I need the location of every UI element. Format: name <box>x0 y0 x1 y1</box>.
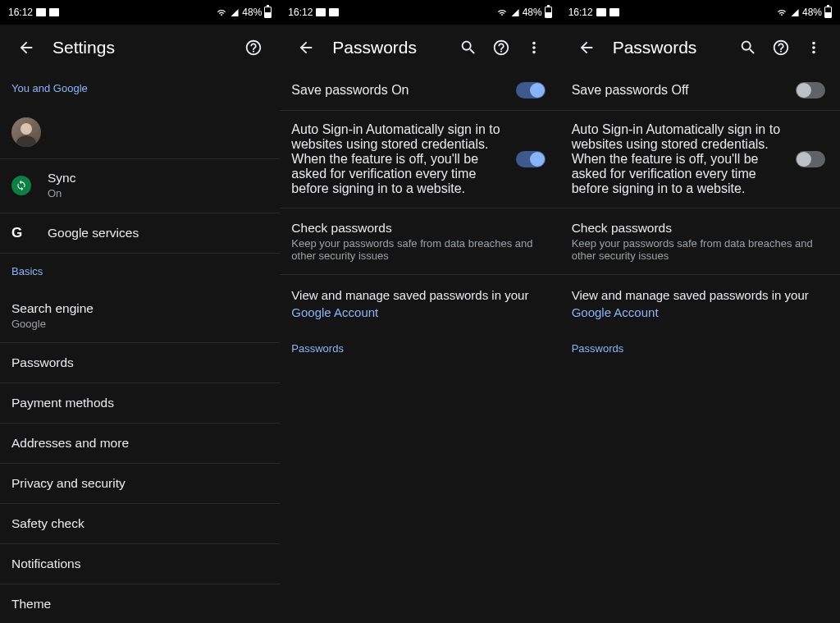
check-passwords-label: Check passwords <box>291 221 548 236</box>
passwords-content: Save passwords Off Auto Sign-in Automati… <box>560 71 840 623</box>
more-vert-icon <box>525 39 543 57</box>
app-icon <box>329 8 339 16</box>
battery-text: 48% <box>523 7 542 18</box>
section-basics: Basics <box>0 254 280 289</box>
search-icon <box>739 39 757 57</box>
sync-status: On <box>48 187 268 201</box>
google-account-link[interactable]: Google Account <box>291 305 378 319</box>
search-button[interactable] <box>732 31 765 64</box>
safety-check-label: Safety check <box>11 516 268 531</box>
sync-row[interactable]: Sync On <box>0 159 280 213</box>
picture-icon <box>36 8 46 16</box>
theme-row[interactable]: Theme <box>0 584 280 623</box>
app-icon <box>49 8 59 16</box>
search-button[interactable] <box>452 31 485 64</box>
save-passwords-toggle[interactable] <box>516 82 546 98</box>
wifi-icon <box>776 8 788 17</box>
app-bar: Passwords <box>560 25 840 71</box>
check-passwords-desc: Keep your passwords safe from data breac… <box>572 237 829 262</box>
sync-label: Sync <box>48 171 268 186</box>
search-engine-label: Search engine <box>11 301 268 316</box>
view-manage-row: View and manage saved passwords in your … <box>560 275 840 332</box>
settings-content: You and Google Sync On G Goog <box>0 71 280 623</box>
save-passwords-row[interactable]: Save passwords Off <box>560 71 840 110</box>
app-bar: Passwords <box>280 25 559 71</box>
signal-icon <box>230 8 240 17</box>
auto-signin-row[interactable]: Auto Sign-in Automatically sign in to we… <box>280 111 559 208</box>
status-time: 16:12 <box>288 7 313 18</box>
save-passwords-row[interactable]: Save passwords On <box>280 71 559 110</box>
google-logo-icon: G <box>11 225 22 241</box>
battery-icon <box>264 7 272 18</box>
auto-signin-label: Auto Sign-in <box>291 122 363 136</box>
auto-signin-row[interactable]: Auto Sign-in Automatically sign in to we… <box>560 111 840 208</box>
status-bar: 16:12 48% <box>560 0 840 25</box>
privacy-row[interactable]: Privacy and security <box>0 464 280 503</box>
passwords-screen-on: 16:12 48% Passwords Save passwords <box>280 0 559 623</box>
status-time: 16:12 <box>8 7 33 18</box>
view-manage-row: View and manage saved passwords in your … <box>280 275 559 332</box>
passwords-section-label: Passwords <box>280 332 559 363</box>
save-passwords-status: On <box>391 83 409 97</box>
help-button[interactable] <box>765 31 797 64</box>
app-icon <box>609 8 619 16</box>
avatar <box>11 117 41 147</box>
wifi-icon <box>496 8 508 17</box>
notifications-row[interactable]: Notifications <box>0 544 280 584</box>
app-bar: Settings <box>0 25 280 71</box>
sync-icon <box>11 176 31 195</box>
check-passwords-row[interactable]: Check passwords Keep your passwords safe… <box>280 208 559 274</box>
signal-icon <box>790 8 800 17</box>
battery-icon <box>824 7 832 18</box>
check-passwords-desc: Keep your passwords safe from data breac… <box>291 237 548 262</box>
addresses-label: Addresses and more <box>11 436 268 451</box>
search-engine-row[interactable]: Search engine Google <box>0 289 280 342</box>
status-time: 16:12 <box>568 7 593 18</box>
help-icon <box>244 39 262 57</box>
google-services-row[interactable]: G Google services <box>0 213 280 253</box>
view-manage-text: View and manage saved passwords in your <box>291 288 528 302</box>
view-manage-text: View and manage saved passwords in your <box>572 288 809 302</box>
status-bar: 16:12 48% <box>280 0 559 25</box>
overflow-button[interactable] <box>797 31 830 64</box>
passwords-section-label: Passwords <box>560 332 840 363</box>
back-button[interactable] <box>10 31 43 64</box>
help-button[interactable] <box>237 31 270 64</box>
wifi-icon <box>216 8 227 17</box>
check-passwords-label: Check passwords <box>572 221 829 236</box>
save-passwords-toggle[interactable] <box>796 82 825 98</box>
arrow-back-icon <box>297 39 315 57</box>
signal-icon <box>510 8 520 17</box>
passwords-row[interactable]: Passwords <box>0 343 280 383</box>
addresses-row[interactable]: Addresses and more <box>0 424 280 463</box>
google-services-label: Google services <box>48 226 268 240</box>
auto-signin-label: Auto Sign-in <box>572 122 643 136</box>
check-passwords-row[interactable]: Check passwords Keep your passwords safe… <box>560 208 840 274</box>
section-you-google: You and Google <box>0 71 280 106</box>
search-icon <box>459 39 477 57</box>
privacy-label: Privacy and security <box>11 476 268 491</box>
search-engine-value: Google <box>11 318 268 330</box>
account-row[interactable] <box>0 106 280 158</box>
status-bar: 16:12 48% <box>0 0 280 25</box>
google-account-link[interactable]: Google Account <box>572 305 659 319</box>
auto-signin-toggle[interactable] <box>796 151 825 167</box>
picture-icon <box>596 8 606 16</box>
overflow-button[interactable] <box>518 31 550 64</box>
battery-text: 48% <box>802 7 822 18</box>
safety-check-row[interactable]: Safety check <box>0 504 280 543</box>
back-button[interactable] <box>290 31 322 64</box>
help-icon <box>492 39 510 57</box>
passwords-content: Save passwords On Auto Sign-in Automatic… <box>280 71 559 623</box>
page-title: Passwords <box>332 38 451 57</box>
help-icon <box>772 39 790 57</box>
save-passwords-label: Save passwords <box>572 83 668 97</box>
back-button[interactable] <box>570 31 603 64</box>
settings-screen: 16:12 48% Settings You and Google <box>0 0 280 623</box>
help-button[interactable] <box>485 31 518 64</box>
picture-icon <box>316 8 326 16</box>
payment-methods-label: Payment methods <box>11 396 268 410</box>
battery-icon <box>545 7 552 18</box>
auto-signin-toggle[interactable] <box>516 151 546 167</box>
payment-methods-row[interactable]: Payment methods <box>0 383 280 423</box>
